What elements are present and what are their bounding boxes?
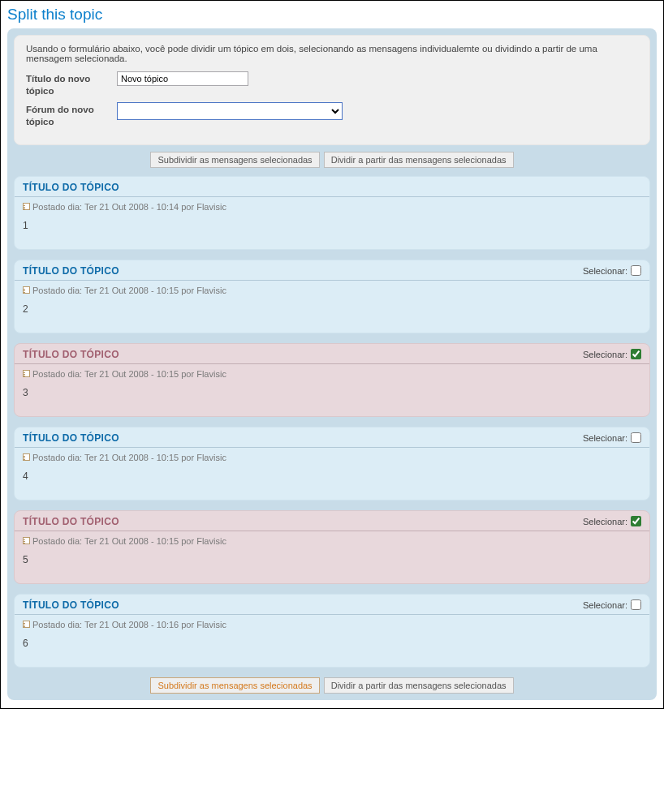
post-title: TÍTULO DO TÓPICO — [23, 182, 119, 193]
post-meta-text: Postado dia: Ter 21 Out 2008 - 10:14 por… — [32, 202, 226, 212]
page-title: Split this topic — [7, 6, 657, 24]
post-header: TÍTULO DO TÓPICOSelecionar: — [15, 427, 649, 448]
post-icon — [23, 370, 30, 377]
button-row-top: Subdividir as mensagens selecionadas Div… — [14, 152, 650, 168]
post-meta: Postado dia: Ter 21 Out 2008 - 10:16 por… — [15, 615, 649, 631]
post-title: TÍTULO DO TÓPICO — [23, 432, 119, 444]
row-new-topic-forum: Fórum do novo tópico — [26, 102, 638, 128]
select-control[interactable]: Selecionar: — [583, 516, 641, 526]
split-selected-button-bottom[interactable]: Subdividir as mensagens selecionadas — [150, 677, 319, 694]
page-wrapper: Split this topic Usando o formulário aba… — [0, 0, 664, 709]
post-meta: Postado dia: Ter 21 Out 2008 - 10:15 por… — [15, 448, 649, 464]
post-icon — [23, 286, 30, 294]
post-body: 2 — [15, 297, 649, 333]
split-from-button-top[interactable]: Dividir a partir das mensagens seleciona… — [324, 152, 514, 168]
select-control[interactable]: Selecionar: — [583, 599, 641, 610]
post-title: TÍTULO DO TÓPICO — [23, 599, 119, 611]
post-meta-text: Postado dia: Ter 21 Out 2008 - 10:15 por… — [32, 453, 226, 462]
post-item: TÍTULO DO TÓPICOSelecionar:Postado dia: … — [14, 427, 650, 501]
post-meta-text: Postado dia: Ter 21 Out 2008 - 10:16 por… — [32, 620, 226, 629]
post-meta-text: Postado dia: Ter 21 Out 2008 - 10:15 por… — [32, 536, 226, 546]
post-header: TÍTULO DO TÓPICOSelecionar: — [15, 260, 649, 281]
label-new-topic-title: Título do novo tópico — [26, 71, 117, 97]
select-checkbox[interactable] — [631, 349, 641, 359]
post-body: 1 — [15, 213, 649, 249]
select-label: Selecionar: — [583, 433, 627, 443]
select-checkbox[interactable] — [631, 599, 641, 610]
select-control[interactable]: Selecionar: — [583, 432, 641, 443]
post-meta: Postado dia: Ter 21 Out 2008 - 10:15 por… — [15, 281, 649, 297]
post-body: 5 — [15, 548, 649, 583]
post-item: TÍTULO DO TÓPICOSelecionar:Postado dia: … — [14, 510, 650, 584]
post-icon — [23, 537, 30, 544]
post-icon — [23, 453, 30, 461]
select-checkbox[interactable] — [631, 516, 641, 526]
post-item: TÍTULO DO TÓPICOSelecionar:Postado dia: … — [14, 260, 650, 333]
post-icon — [23, 621, 30, 628]
button-row-bottom: Subdividir as mensagens selecionadas Div… — [14, 677, 650, 694]
split-from-button-bottom[interactable]: Dividir a partir das mensagens seleciona… — [324, 677, 514, 694]
post-header: TÍTULO DO TÓPICO — [15, 177, 649, 197]
post-body: 4 — [15, 464, 649, 500]
select-checkbox[interactable] — [631, 432, 641, 443]
post-header: TÍTULO DO TÓPICOSelecionar: — [15, 595, 649, 615]
post-meta: Postado dia: Ter 21 Out 2008 - 10:15 por… — [15, 531, 649, 548]
split-selected-button-top[interactable]: Subdividir as mensagens selecionadas — [150, 152, 319, 168]
post-item: TÍTULO DO TÓPICOPostado dia: Ter 21 Out … — [14, 176, 650, 250]
row-new-topic-title: Título do novo tópico — [26, 71, 638, 97]
post-title: TÍTULO DO TÓPICO — [23, 265, 119, 277]
post-header: TÍTULO DO TÓPICOSelecionar: — [15, 511, 649, 531]
post-item: TÍTULO DO TÓPICOSelecionar:Postado dia: … — [14, 343, 650, 417]
post-meta-text: Postado dia: Ter 21 Out 2008 - 10:15 por… — [32, 369, 226, 379]
form-panel: Usando o formulário abaixo, você pode di… — [14, 35, 650, 145]
post-body: 6 — [15, 631, 649, 667]
post-icon — [23, 203, 30, 210]
select-control[interactable]: Selecionar: — [583, 265, 641, 276]
post-meta: Postado dia: Ter 21 Out 2008 - 10:15 por… — [15, 364, 649, 380]
select-label: Selecionar: — [583, 266, 627, 276]
select-new-topic-forum[interactable] — [117, 102, 343, 120]
post-item: TÍTULO DO TÓPICOSelecionar:Postado dia: … — [14, 594, 650, 668]
select-label: Selecionar: — [583, 350, 627, 359]
post-body: 3 — [15, 380, 649, 416]
form-description: Usando o formulário abaixo, você pode di… — [26, 44, 638, 63]
select-control[interactable]: Selecionar: — [583, 349, 641, 359]
post-meta: Postado dia: Ter 21 Out 2008 - 10:14 por… — [15, 197, 649, 213]
select-label: Selecionar: — [583, 517, 627, 526]
select-checkbox[interactable] — [631, 265, 641, 276]
label-new-topic-forum: Fórum do novo tópico — [26, 102, 117, 128]
main-panel: Usando o formulário abaixo, você pode di… — [7, 28, 657, 700]
input-new-topic-title[interactable] — [117, 71, 248, 86]
select-label: Selecionar: — [583, 600, 627, 610]
post-title: TÍTULO DO TÓPICO — [23, 349, 119, 360]
post-meta-text: Postado dia: Ter 21 Out 2008 - 10:15 por… — [32, 286, 226, 295]
post-title: TÍTULO DO TÓPICO — [23, 516, 119, 527]
posts-list: TÍTULO DO TÓPICOPostado dia: Ter 21 Out … — [14, 176, 650, 668]
post-header: TÍTULO DO TÓPICOSelecionar: — [15, 344, 649, 364]
